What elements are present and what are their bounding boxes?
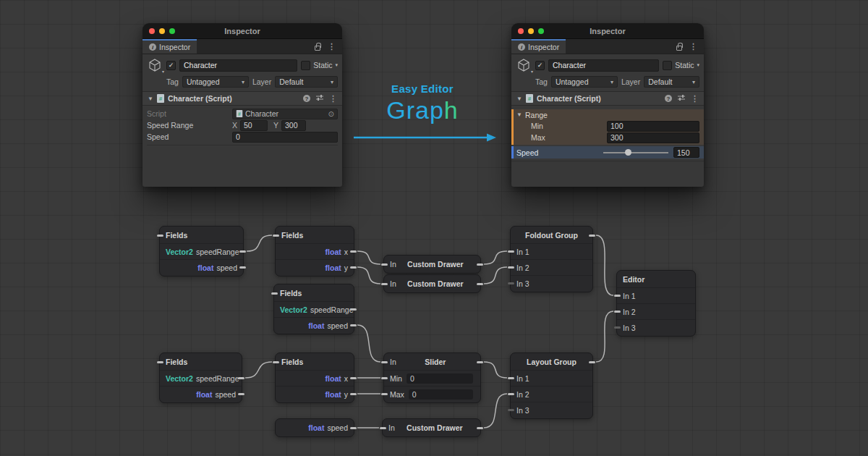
node-row: Vector2speedRange: [160, 370, 242, 386]
output-port-icon[interactable]: [239, 266, 246, 269]
input-port-icon[interactable]: [614, 295, 621, 297]
output-port-icon[interactable]: [350, 250, 357, 253]
graph-node-f4[interactable]: FieldsVector2speedRangefloatspeed: [159, 352, 242, 403]
node-row: Vector2speedRange: [160, 243, 243, 259]
graph-node-f3[interactable]: FieldsVector2speedRangefloatspeed: [273, 284, 354, 334]
node-text: In: [390, 279, 396, 288]
input-port-icon[interactable]: [381, 361, 388, 363]
node-row: Max0: [384, 386, 480, 402]
graph-wire: [484, 251, 507, 264]
node-text: Editor: [623, 275, 644, 284]
node-text: float: [326, 248, 341, 256]
input-port-icon[interactable]: [508, 250, 514, 253]
input-port-icon[interactable]: [381, 377, 388, 379]
graph-wire: [596, 235, 613, 295]
input-port-icon[interactable]: [614, 311, 621, 313]
node-row: Editor: [617, 271, 695, 287]
input-port-icon[interactable]: [508, 393, 514, 395]
node-text: float: [197, 263, 213, 272]
graph-node-f6[interactable]: floatspeed: [275, 418, 354, 437]
output-port-icon[interactable]: [477, 427, 483, 429]
input-port-icon[interactable]: [614, 326, 621, 329]
output-port-icon[interactable]: [350, 393, 357, 395]
node-row: floaty: [276, 259, 354, 275]
output-port-icon[interactable]: [238, 377, 244, 379]
node-text: float: [308, 423, 324, 432]
output-port-icon[interactable]: [350, 377, 357, 379]
node-row: Layout Group: [511, 354, 592, 370]
graph-wire: [245, 362, 272, 378]
input-port-icon[interactable]: [157, 235, 163, 237]
graph-node-cd2[interactable]: InCustom Drawer: [383, 274, 481, 293]
input-port-icon[interactable]: [508, 266, 514, 269]
node-text: speedRange: [196, 248, 239, 256]
input-port-icon[interactable]: [381, 283, 388, 285]
node-row: floatspeed: [160, 259, 243, 275]
output-port-icon[interactable]: [477, 283, 483, 285]
input-port-icon[interactable]: [271, 292, 278, 295]
node-row: In 1: [511, 370, 592, 386]
node-text: In: [388, 423, 395, 432]
graph-node-f1[interactable]: FieldsVector2speedRangefloatspeed: [159, 226, 244, 276]
node-value-field[interactable]: 0: [407, 373, 473, 384]
output-port-icon[interactable]: [589, 361, 595, 363]
node-row: floatspeed: [274, 317, 354, 333]
output-port-icon[interactable]: [239, 250, 246, 253]
node-row: In 3: [511, 275, 592, 291]
graph-node-fg[interactable]: Foldout GroupIn 1In 2In 3: [510, 226, 593, 292]
graph-node-cd3[interactable]: InCustom Drawer: [382, 418, 481, 437]
graph-wire: [357, 251, 380, 264]
output-port-icon[interactable]: [350, 324, 357, 326]
input-port-icon[interactable]: [157, 361, 163, 363]
graph-node-ed[interactable]: EditorIn 1In 2In 3: [616, 270, 696, 337]
graph-node-lg[interactable]: Layout GroupIn 1In 2In 3: [510, 352, 593, 419]
output-port-icon[interactable]: [589, 235, 595, 237]
node-value-field[interactable]: 0: [409, 389, 473, 400]
input-port-icon[interactable]: [381, 263, 388, 266]
node-text: Max: [390, 390, 404, 399]
node-row: In 1: [511, 243, 592, 259]
node-text: float: [326, 390, 341, 399]
node-text: In 2: [623, 308, 636, 316]
graph-node-f2[interactable]: Fieldsfloatxfloaty: [275, 226, 354, 276]
input-port-icon[interactable]: [508, 282, 514, 284]
node-text: In 3: [623, 324, 636, 332]
graph-wire: [247, 235, 272, 251]
graph-wire: [484, 267, 507, 284]
node-row: In 2: [617, 303, 695, 319]
output-port-icon[interactable]: [238, 393, 244, 395]
node-row: InCustom Drawer: [384, 276, 480, 292]
graph-node-sl[interactable]: InSliderMin0Max0: [383, 352, 481, 403]
node-row: In 2: [511, 386, 592, 402]
node-row: In 1: [617, 287, 695, 303]
node-text: Min: [390, 374, 402, 383]
output-port-icon[interactable]: [477, 361, 483, 363]
node-row: floatspeed: [276, 420, 354, 436]
output-port-icon[interactable]: [477, 263, 483, 266]
input-port-icon[interactable]: [508, 377, 514, 379]
node-text: In: [390, 358, 396, 366]
node-row: floatx: [276, 370, 354, 386]
node-text: speedRange: [196, 374, 239, 383]
node-text: float: [196, 390, 212, 399]
input-port-icon[interactable]: [380, 427, 386, 429]
node-row: InSlider: [384, 354, 480, 370]
graph-wire: [357, 325, 380, 362]
node-text: x: [344, 248, 348, 256]
input-port-icon[interactable]: [508, 409, 514, 411]
node-text: Fields: [280, 289, 302, 297]
input-port-icon[interactable]: [273, 361, 279, 363]
node-text: speed: [216, 263, 237, 272]
node-text: Fields: [281, 231, 303, 240]
output-port-icon[interactable]: [350, 427, 357, 429]
node-row: Fields: [276, 354, 354, 370]
input-port-icon[interactable]: [381, 393, 388, 395]
graph-node-cd1[interactable]: InCustom Drawer: [383, 255, 481, 274]
graph-node-f5[interactable]: Fieldsfloatxfloaty: [275, 352, 354, 403]
output-port-icon[interactable]: [350, 308, 357, 311]
node-text: In 3: [516, 406, 529, 415]
output-port-icon[interactable]: [350, 266, 357, 269]
node-row: Min0: [384, 370, 480, 386]
input-port-icon[interactable]: [273, 235, 279, 237]
node-row: In 3: [617, 319, 695, 335]
